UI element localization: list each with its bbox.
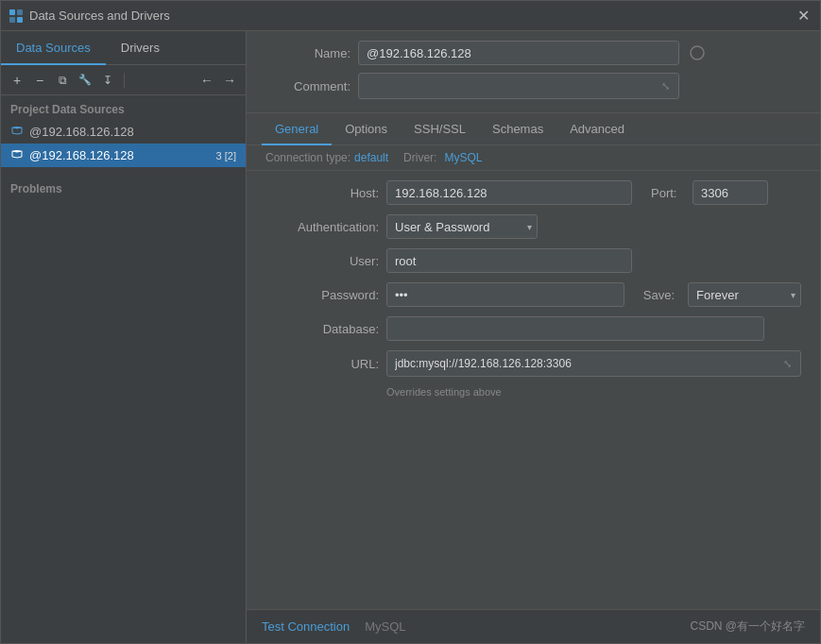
- tab-options[interactable]: Options: [332, 113, 401, 145]
- tab-advanced[interactable]: Advanced: [556, 113, 638, 145]
- tab-drivers[interactable]: Drivers: [106, 31, 175, 65]
- name-row: Name:: [265, 41, 801, 65]
- svg-rect-3: [17, 17, 23, 23]
- url-row: URL: ⤡: [265, 350, 801, 377]
- fields-area: Host: Port: Authentication: User & Passw…: [247, 171, 820, 609]
- comment-expand-icon[interactable]: ⤡: [656, 76, 675, 95]
- tab-general[interactable]: General: [262, 113, 332, 145]
- comment-input[interactable]: [359, 74, 656, 98]
- driver-prefix: Driver:: [403, 151, 436, 164]
- remove-button[interactable]: −: [29, 70, 50, 91]
- export-button[interactable]: ↧: [97, 70, 118, 91]
- comment-label: Comment:: [265, 79, 351, 93]
- name-section: Name: Comment: ⤡: [247, 31, 820, 113]
- database-row: Database:: [265, 316, 801, 341]
- conn-info-bar: Connection type: default Driver: MySQL: [247, 145, 820, 171]
- name-input[interactable]: [358, 41, 679, 65]
- tab-ssh-ssl[interactable]: SSH/SSL: [401, 113, 479, 145]
- mysql-label: MySQL: [365, 619, 405, 634]
- add-button[interactable]: +: [7, 70, 27, 91]
- left-panel: Data Sources Drivers + − ⧉ 🔧 ↧ ← →: [1, 31, 247, 643]
- ds-item-1[interactable]: @192.168.126.128: [1, 120, 246, 144]
- copy-button[interactable]: ⧉: [52, 70, 73, 91]
- toolbar-nav: ← →: [197, 70, 240, 91]
- password-row: Password: Save: Forever Until restart Ne…: [265, 282, 801, 307]
- test-connection-button[interactable]: Test Connection: [262, 619, 350, 634]
- comment-input-wrapper: ⤡: [358, 73, 679, 99]
- save-label: Save:: [643, 288, 675, 302]
- ds-icon-1: [10, 124, 24, 140]
- ds-item-2[interactable]: @192.168.126.128 3 [2]: [1, 144, 246, 167]
- left-toolbar: + − ⧉ 🔧 ↧ ← →: [1, 65, 246, 95]
- bottom-bar: Test Connection MySQL CSDN @有一个好名字: [247, 609, 820, 643]
- title-bar: Data Sources and Drivers ✕: [1, 1, 820, 31]
- wrench-button[interactable]: 🔧: [75, 70, 95, 91]
- driver-link[interactable]: MySQL: [444, 151, 482, 164]
- database-input[interactable]: [386, 316, 764, 341]
- url-input-wrapper: ⤡: [386, 350, 801, 377]
- host-input[interactable]: [386, 180, 632, 205]
- left-tabs-bar: Data Sources Drivers: [1, 31, 246, 65]
- password-input[interactable]: [386, 282, 624, 307]
- port-label: Port:: [651, 186, 685, 200]
- auth-label: Authentication:: [265, 220, 379, 234]
- tab-schemas[interactable]: Schemas: [479, 113, 556, 145]
- save-select[interactable]: Forever Until restart Never: [688, 282, 801, 307]
- status-indicator: [687, 42, 708, 63]
- app-icon: [9, 8, 24, 24]
- host-label: Host:: [265, 186, 379, 200]
- user-row: User:: [265, 248, 801, 273]
- svg-rect-0: [9, 9, 15, 15]
- svg-rect-1: [17, 9, 23, 15]
- nav-tabs: General Options SSH/SSL Schemas Advanced: [247, 113, 820, 145]
- svg-point-4: [691, 46, 704, 59]
- name-label: Name:: [265, 46, 351, 60]
- ds-icon-2: [10, 147, 24, 163]
- url-hint: Overrides settings above: [265, 386, 801, 398]
- toolbar-separator: [124, 73, 125, 88]
- url-expand-icon[interactable]: ⤡: [778, 354, 796, 373]
- watermark: CSDN @有一个好名字: [690, 619, 805, 635]
- auth-select-wrapper: User & Password No auth pgpass SSH ▾: [386, 214, 538, 239]
- comment-row: Comment: ⤡: [265, 73, 801, 99]
- port-input[interactable]: [693, 180, 768, 205]
- svg-rect-2: [9, 17, 15, 23]
- forward-button[interactable]: →: [219, 70, 240, 91]
- host-row: Host: Port:: [265, 180, 801, 205]
- url-input[interactable]: [387, 351, 778, 376]
- password-label: Password:: [265, 288, 379, 302]
- user-label: User:: [265, 254, 379, 268]
- auth-row: Authentication: User & Password No auth …: [265, 214, 801, 239]
- conn-type-link[interactable]: default: [354, 151, 388, 164]
- close-button[interactable]: ✕: [794, 7, 812, 25]
- auth-select[interactable]: User & Password No auth pgpass SSH: [386, 214, 538, 239]
- save-select-wrapper: Forever Until restart Never ▾: [688, 282, 801, 307]
- right-panel: Name: Comment: ⤡: [247, 31, 820, 643]
- user-input[interactable]: [386, 248, 632, 273]
- conn-type-prefix: Connection type:: [265, 151, 351, 164]
- url-label: URL:: [265, 357, 379, 371]
- back-button[interactable]: ←: [197, 70, 217, 91]
- problems-label: Problems: [1, 175, 246, 199]
- main-content: Data Sources Drivers + − ⧉ 🔧 ↧ ← →: [1, 31, 820, 643]
- window: Data Sources and Drivers ✕ Data Sources …: [0, 0, 821, 644]
- project-datasources-label: Project Data Sources: [1, 95, 246, 120]
- tab-data-sources[interactable]: Data Sources: [1, 31, 106, 65]
- title-text: Data Sources and Drivers: [29, 8, 794, 23]
- database-label: Database:: [265, 322, 379, 336]
